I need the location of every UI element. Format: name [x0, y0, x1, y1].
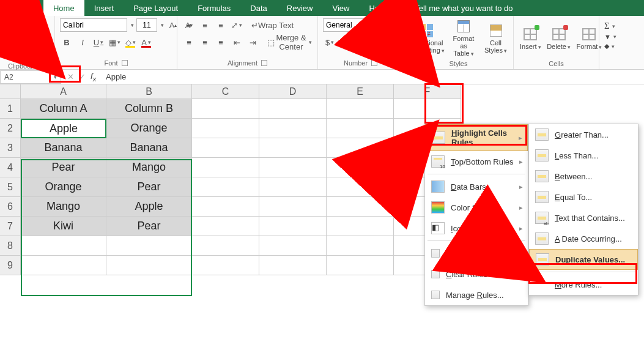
- tab-file[interactable]: File: [11, 0, 43, 16]
- cell-D3[interactable]: [259, 138, 327, 158]
- menu-new-rule[interactable]: New Rule...: [425, 243, 528, 264]
- row-header-4[interactable]: 4: [0, 158, 21, 177]
- align-center-button[interactable]: ≡: [198, 35, 212, 49]
- increase-indent-button[interactable]: ⇥: [246, 35, 259, 49]
- font-size-input[interactable]: [136, 18, 157, 32]
- select-all-corner[interactable]: [0, 84, 21, 99]
- align-left-button[interactable]: ≡: [182, 35, 196, 49]
- insert-cells-button[interactable]: Insert▾: [519, 18, 542, 59]
- accounting-button[interactable]: $▾: [323, 35, 336, 49]
- menu-between[interactable]: Between...: [529, 166, 638, 187]
- cell-C3[interactable]: [192, 138, 259, 158]
- align-right-button[interactable]: ≡: [214, 35, 228, 49]
- percent-button[interactable]: %: [339, 35, 352, 49]
- cell-A1[interactable]: Column A: [21, 99, 106, 119]
- cell-B7[interactable]: Pear: [106, 217, 192, 236]
- cell-B4[interactable]: Mango: [106, 158, 192, 177]
- cell-D2[interactable]: [259, 119, 327, 138]
- column-header-A[interactable]: A: [21, 84, 106, 99]
- cell-D7[interactable]: [259, 217, 327, 236]
- cell-C8[interactable]: [192, 236, 259, 256]
- dialog-launcher-icon[interactable]: [261, 60, 267, 66]
- cell-A7[interactable]: Kiwi: [21, 217, 106, 236]
- font-name-input[interactable]: [60, 18, 127, 32]
- cell-E6[interactable]: [327, 197, 394, 217]
- number-format-select[interactable]: [323, 18, 391, 32]
- column-header-D[interactable]: D: [259, 84, 327, 99]
- tab-view[interactable]: View: [322, 0, 359, 16]
- tab-review[interactable]: Review: [277, 0, 323, 16]
- menu-greater-than[interactable]: Greater Than...: [529, 124, 638, 145]
- cell-D9[interactable]: [259, 256, 327, 275]
- tab-data[interactable]: Data: [240, 0, 276, 16]
- cell-C5[interactable]: [192, 177, 259, 197]
- formula-input[interactable]: Apple: [102, 72, 644, 81]
- cell-D4[interactable]: [259, 158, 327, 177]
- cell-B1[interactable]: Column B: [106, 99, 192, 119]
- align-bottom-button[interactable]: ≡: [214, 18, 228, 32]
- dialog-launcher-icon[interactable]: [122, 60, 128, 66]
- menu-clear-rules[interactable]: Clear Rules: [425, 264, 528, 284]
- menu-text-contains[interactable]: ab Text that Contains...: [529, 207, 638, 228]
- cell-B2[interactable]: Orange: [106, 119, 192, 138]
- menu-manage-rules[interactable]: Manage Rules...: [425, 284, 528, 305]
- cell-D1[interactable]: [259, 99, 327, 119]
- format-painter-button[interactable]: 🖌: [30, 48, 43, 61]
- tab-home[interactable]: Home: [43, 0, 84, 16]
- cell-A3[interactable]: Banana: [21, 138, 106, 158]
- cell-A8[interactable]: [21, 236, 106, 256]
- clear-button[interactable]: ◆▾: [604, 42, 625, 50]
- wrap-text-button[interactable]: ↵ Wrap Text: [251, 18, 294, 32]
- align-top-button[interactable]: ≡: [182, 18, 196, 32]
- row-header-1[interactable]: 1: [0, 99, 21, 119]
- row-header-2[interactable]: 2: [0, 119, 21, 138]
- menu-less-than[interactable]: Less Than...: [529, 145, 638, 166]
- cut-button[interactable]: ✂: [30, 18, 43, 32]
- tab-help[interactable]: Help: [359, 0, 395, 16]
- menu-icon-sets[interactable]: ◧ Icon Sets: [425, 218, 528, 239]
- cell-C1[interactable]: [192, 99, 259, 119]
- fx-icon[interactable]: fx: [91, 72, 96, 83]
- column-header-F[interactable]: F: [394, 84, 461, 99]
- menu-more-rules[interactable]: More Rules...: [529, 274, 638, 295]
- menu-data-bars[interactable]: Data Bars: [425, 176, 528, 197]
- row-header-9[interactable]: 9: [0, 256, 21, 275]
- cell-B8[interactable]: [106, 236, 192, 256]
- cell-C6[interactable]: [192, 197, 259, 217]
- column-header-E[interactable]: E: [327, 84, 394, 99]
- cell-F1[interactable]: [394, 99, 461, 119]
- cell-A2[interactable]: Apple: [21, 119, 106, 138]
- cell-C9[interactable]: [192, 256, 259, 275]
- delete-cells-button[interactable]: Delete▾: [546, 18, 572, 59]
- cell-A9[interactable]: [21, 256, 106, 275]
- align-middle-button[interactable]: ≡: [198, 18, 212, 32]
- cell-A4[interactable]: Pear: [21, 158, 106, 177]
- dialog-launcher-icon[interactable]: [371, 60, 377, 66]
- orientation-button[interactable]: ⤢▾: [230, 18, 243, 32]
- menu-color-scales[interactable]: Color Scales: [425, 197, 528, 218]
- decrease-indent-button[interactable]: ⇤: [230, 35, 243, 49]
- underline-button[interactable]: U▾: [92, 35, 105, 49]
- fill-color-button[interactable]: ◇▾: [124, 35, 137, 49]
- tell-me[interactable]: Tell me what you want to do: [402, 4, 513, 13]
- cell-E2[interactable]: [327, 119, 394, 138]
- row-header-8[interactable]: 8: [0, 236, 21, 256]
- tab-formulas[interactable]: Formulas: [188, 0, 240, 16]
- cell-B5[interactable]: Pear: [106, 177, 192, 197]
- cell-B3[interactable]: Banana: [106, 138, 192, 158]
- paste-button[interactable]: Paste▾: [5, 37, 26, 44]
- border-button[interactable]: ▦▾: [108, 35, 121, 49]
- italic-button[interactable]: I: [76, 35, 89, 49]
- menu-highlight-cells-rules[interactable]: Highlight Cells Rules: [425, 124, 528, 151]
- comma-button[interactable]: ,: [355, 35, 368, 49]
- tab-insert[interactable]: Insert: [84, 0, 124, 16]
- cell-C4[interactable]: [192, 158, 259, 177]
- cell-B6[interactable]: Apple: [106, 197, 192, 217]
- cell-E7[interactable]: [327, 217, 394, 236]
- cell-E5[interactable]: [327, 177, 394, 197]
- row-header-7[interactable]: 7: [0, 217, 21, 236]
- cell-D5[interactable]: [259, 177, 327, 197]
- copy-button[interactable]: ⧉: [30, 33, 43, 46]
- autosum-button[interactable]: Σ▾: [604, 21, 625, 31]
- cell-D6[interactable]: [259, 197, 327, 217]
